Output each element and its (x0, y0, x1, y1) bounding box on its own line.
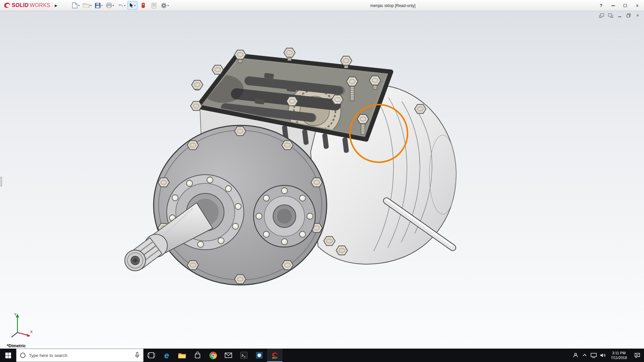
doc-pane-icon (608, 13, 613, 18)
clock-time: 3:11 PM (607, 351, 631, 355)
stoplight-button[interactable] (138, 1, 148, 10)
solidworks-app-icon (271, 352, 278, 357)
select-cursor-icon (129, 3, 133, 8)
solidworks-year-label: 2017 (272, 357, 277, 359)
stoplight-icon (142, 3, 145, 8)
menu-expand-arrow[interactable]: ▶ (52, 2, 61, 9)
mail-icon (225, 353, 232, 358)
secondary-boss (254, 185, 315, 247)
maximize-icon (624, 4, 627, 7)
document-title: menjac sklop [Read-only] (370, 3, 416, 8)
gear-icon (161, 3, 167, 8)
microphone-icon[interactable] (135, 352, 140, 359)
taskbar-search[interactable] (16, 349, 144, 362)
edge-browser-button[interactable]: e (159, 349, 174, 362)
doc-close-button[interactable]: × (635, 13, 641, 18)
taskbar: e 2017 (0, 349, 644, 362)
file-properties-icon (152, 3, 156, 8)
gearbox-model (125, 48, 456, 285)
open-folder-icon (83, 3, 90, 8)
help-icon: ? (600, 3, 602, 8)
store-button[interactable] (190, 349, 205, 362)
document-window-controls: × (598, 13, 641, 18)
dropdown-arrow-icon: ▾ (113, 4, 114, 7)
doc-minimize-icon (618, 16, 621, 17)
dropdown-arrow-icon: ▾ (134, 4, 136, 7)
search-input[interactable] (29, 353, 131, 358)
clock-date: 7/11/2018 (607, 355, 631, 360)
volume-button[interactable] (598, 349, 607, 362)
titlebar: SOLIDWORKS ▶ ▾ ▾ ▾ ▾ ▾ (0, 0, 644, 11)
print-icon (106, 3, 112, 8)
windows-logo-icon (5, 352, 11, 359)
chevron-up-icon (582, 354, 587, 357)
dropdown-arrow-icon: ▾ (124, 4, 125, 7)
brand-works: WORKS (30, 2, 50, 8)
doc-pane-icon (599, 13, 604, 18)
model-canvas[interactable] (0, 11, 644, 349)
network-icon (591, 353, 597, 358)
action-center-icon (634, 353, 640, 358)
doc-close-icon: × (636, 13, 639, 18)
console-icon (240, 352, 248, 359)
open-button[interactable]: ▾ (82, 1, 93, 10)
search-circle-icon (20, 352, 26, 358)
undo-button[interactable]: ▾ (116, 1, 127, 10)
clock[interactable]: 3:11 PM 7/11/2018 (607, 349, 631, 362)
network-button[interactable] (589, 349, 598, 362)
graphics-area[interactable]: × Y X *Dimetric (0, 11, 644, 349)
print-button[interactable]: ▾ (105, 1, 115, 10)
new-document-button[interactable]: ▾ (71, 1, 81, 10)
photos-button[interactable] (252, 349, 267, 362)
toolbar: ▾ ▾ ▾ ▾ ▾ ▾ (71, 1, 170, 10)
close-button[interactable]: × (631, 1, 643, 10)
edge-icon: e (164, 351, 169, 360)
dropdown-arrow-icon: ▾ (90, 4, 92, 7)
help-button[interactable]: ? (595, 1, 607, 10)
save-icon (95, 3, 101, 8)
doc-minimize-button[interactable] (616, 13, 623, 18)
people-icon (573, 353, 578, 358)
undo-icon (117, 3, 123, 8)
solidworks-app-button[interactable]: 2017 (267, 349, 282, 362)
minimize-icon (611, 5, 615, 6)
console-button[interactable] (236, 349, 252, 362)
ds-swoosh-icon (3, 2, 11, 9)
solidworks-logo: SOLIDWORKS (0, 2, 52, 9)
screen: SOLIDWORKS ▶ ▾ ▾ ▾ ▾ ▾ (0, 0, 644, 362)
chrome-button[interactable] (205, 349, 221, 362)
task-view-icon (148, 352, 155, 359)
view-orientation-label: *Dimetric (7, 343, 26, 348)
photos-icon (256, 352, 263, 359)
mail-button[interactable] (221, 349, 236, 362)
dropdown-arrow-icon: ▾ (101, 4, 103, 7)
action-center-button[interactable] (631, 349, 644, 362)
file-explorer-button[interactable] (174, 349, 190, 362)
dropdown-arrow-icon: ▾ (78, 4, 79, 7)
doc-pane-button[interactable] (598, 13, 604, 18)
options-button[interactable]: ▾ (160, 1, 170, 10)
save-button[interactable]: ▾ (94, 1, 104, 10)
start-button[interactable] (0, 349, 16, 362)
x-axis-arrow (26, 334, 31, 337)
brand-solid: SOLID (12, 2, 29, 8)
hidden-icons-button[interactable] (580, 349, 589, 362)
people-button[interactable] (571, 349, 580, 362)
doc-restore-button[interactable] (626, 13, 632, 18)
doc-restore-icon (627, 13, 631, 17)
y-axis-label: Y (14, 312, 17, 316)
minimize-button[interactable] (607, 1, 619, 10)
window-controls: ? × (595, 0, 643, 11)
dropdown-arrow-icon: ▾ (167, 4, 169, 7)
maximize-button[interactable] (619, 1, 631, 10)
speaker-icon (600, 353, 606, 358)
store-icon (194, 352, 201, 359)
close-icon: × (636, 3, 639, 8)
panel-collapse-handle[interactable] (0, 177, 2, 186)
task-view-button[interactable] (144, 349, 159, 362)
file-properties-button[interactable] (149, 1, 159, 10)
select-tool-button[interactable]: ▾ (127, 1, 138, 10)
doc-pane-button[interactable] (607, 13, 613, 18)
coordinate-triad: Y X (5, 311, 34, 340)
chrome-icon (209, 352, 217, 359)
